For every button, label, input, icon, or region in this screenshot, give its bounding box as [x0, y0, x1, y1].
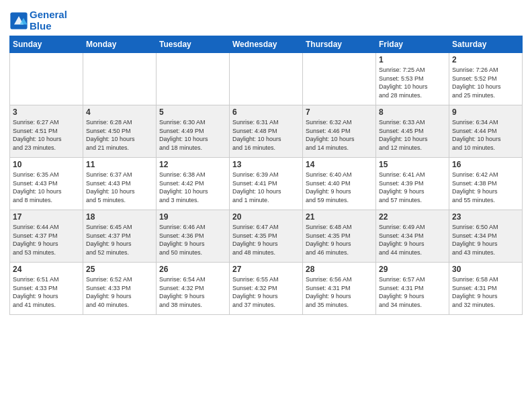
day-info: Sunrise: 6:48 AM Sunset: 4:35 PM Dayligh…: [306, 223, 373, 257]
calendar-cell: 6Sunrise: 6:31 AM Sunset: 4:48 PM Daylig…: [230, 105, 303, 158]
day-number: 21: [306, 212, 373, 222]
weekday-header-saturday: Saturday: [449, 36, 523, 53]
day-info: Sunrise: 6:46 AM Sunset: 4:36 PM Dayligh…: [159, 223, 226, 257]
day-info: Sunrise: 6:34 AM Sunset: 4:44 PM Dayligh…: [452, 118, 519, 152]
day-number: 22: [379, 212, 446, 222]
weekday-header-sunday: Sunday: [10, 36, 83, 53]
logo-icon: [9, 11, 28, 30]
day-info: Sunrise: 6:37 AM Sunset: 4:43 PM Dayligh…: [86, 171, 153, 204]
day-number: 1: [379, 55, 446, 64]
day-info: Sunrise: 6:58 AM Sunset: 4:31 PM Dayligh…: [452, 275, 519, 309]
day-number: 29: [379, 265, 446, 274]
calendar-cell: 22Sunrise: 6:49 AM Sunset: 4:34 PM Dayli…: [376, 210, 449, 263]
calendar-cell: 10Sunrise: 6:35 AM Sunset: 4:43 PM Dayli…: [10, 158, 83, 210]
calendar-cell: 30Sunrise: 6:58 AM Sunset: 4:31 PM Dayli…: [449, 263, 523, 315]
day-number: 23: [452, 212, 519, 222]
day-number: 20: [232, 212, 300, 222]
calendar-cell: [10, 53, 83, 105]
day-info: Sunrise: 6:32 AM Sunset: 4:46 PM Dayligh…: [306, 118, 373, 152]
calendar-week-5: 24Sunrise: 6:51 AM Sunset: 4:33 PM Dayli…: [10, 263, 523, 315]
day-info: Sunrise: 7:26 AM Sunset: 5:52 PM Dayligh…: [452, 66, 519, 99]
day-number: 18: [86, 212, 153, 222]
day-info: Sunrise: 6:57 AM Sunset: 4:31 PM Dayligh…: [379, 275, 446, 309]
day-info: Sunrise: 6:33 AM Sunset: 4:45 PM Dayligh…: [379, 118, 446, 152]
day-info: Sunrise: 7:25 AM Sunset: 5:53 PM Dayligh…: [379, 66, 446, 99]
calendar-cell: 18Sunrise: 6:45 AM Sunset: 4:37 PM Dayli…: [83, 210, 157, 263]
calendar-cell: 20Sunrise: 6:47 AM Sunset: 4:35 PM Dayli…: [230, 210, 303, 263]
calendar-cell: 12Sunrise: 6:38 AM Sunset: 4:42 PM Dayli…: [157, 158, 230, 210]
day-number: 28: [306, 265, 373, 274]
day-info: Sunrise: 6:44 AM Sunset: 4:37 PM Dayligh…: [13, 223, 80, 257]
day-number: 19: [159, 212, 226, 222]
day-info: Sunrise: 6:28 AM Sunset: 4:50 PM Dayligh…: [86, 118, 153, 152]
calendar-week-2: 3Sunrise: 6:27 AM Sunset: 4:51 PM Daylig…: [10, 105, 523, 158]
day-info: Sunrise: 6:40 AM Sunset: 4:40 PM Dayligh…: [306, 171, 373, 204]
day-number: 16: [452, 160, 519, 169]
calendar-cell: [83, 53, 157, 105]
calendar-cell: 19Sunrise: 6:46 AM Sunset: 4:36 PM Dayli…: [157, 210, 230, 263]
day-info: Sunrise: 6:51 AM Sunset: 4:33 PM Dayligh…: [13, 275, 80, 309]
weekday-header-wednesday: Wednesday: [230, 36, 303, 53]
day-number: 26: [159, 265, 226, 274]
day-number: 15: [379, 160, 446, 169]
day-info: Sunrise: 6:52 AM Sunset: 4:33 PM Dayligh…: [86, 275, 153, 309]
calendar-cell: 7Sunrise: 6:32 AM Sunset: 4:46 PM Daylig…: [303, 105, 376, 158]
day-number: 4: [86, 107, 153, 117]
logo-blue-text: Blue: [30, 20, 52, 32]
day-number: 13: [232, 160, 300, 169]
day-number: 10: [13, 160, 80, 169]
day-number: 3: [13, 107, 80, 117]
day-number: 8: [379, 107, 446, 117]
day-number: 27: [232, 265, 300, 274]
calendar-cell: 9Sunrise: 6:34 AM Sunset: 4:44 PM Daylig…: [449, 105, 523, 158]
calendar-week-4: 17Sunrise: 6:44 AM Sunset: 4:37 PM Dayli…: [10, 210, 523, 263]
day-info: Sunrise: 6:27 AM Sunset: 4:51 PM Dayligh…: [13, 118, 80, 152]
calendar-cell: 27Sunrise: 6:55 AM Sunset: 4:32 PM Dayli…: [230, 263, 303, 315]
calendar-cell: 15Sunrise: 6:41 AM Sunset: 4:39 PM Dayli…: [376, 158, 449, 210]
day-info: Sunrise: 6:42 AM Sunset: 4:38 PM Dayligh…: [452, 171, 519, 204]
weekday-header-thursday: Thursday: [303, 36, 376, 53]
weekday-header-monday: Monday: [83, 36, 157, 53]
day-info: Sunrise: 6:31 AM Sunset: 4:48 PM Dayligh…: [232, 118, 300, 152]
day-number: 5: [159, 107, 226, 117]
day-number: 12: [159, 160, 226, 169]
day-number: 2: [452, 55, 519, 64]
day-number: 7: [306, 107, 373, 117]
weekday-header-tuesday: Tuesday: [157, 36, 230, 53]
calendar-week-1: 1Sunrise: 7:25 AM Sunset: 5:53 PM Daylig…: [10, 53, 523, 105]
day-info: Sunrise: 6:54 AM Sunset: 4:32 PM Dayligh…: [159, 275, 226, 309]
calendar-cell: 29Sunrise: 6:57 AM Sunset: 4:31 PM Dayli…: [376, 263, 449, 315]
calendar-cell: 1Sunrise: 7:25 AM Sunset: 5:53 PM Daylig…: [376, 53, 449, 105]
day-info: Sunrise: 6:45 AM Sunset: 4:37 PM Dayligh…: [86, 223, 153, 257]
calendar-table: SundayMondayTuesdayWednesdayThursdayFrid…: [9, 36, 523, 315]
day-number: 25: [86, 265, 153, 274]
day-info: Sunrise: 6:55 AM Sunset: 4:32 PM Dayligh…: [232, 275, 300, 309]
day-info: Sunrise: 6:35 AM Sunset: 4:43 PM Dayligh…: [13, 171, 80, 204]
calendar-cell: 8Sunrise: 6:33 AM Sunset: 4:45 PM Daylig…: [376, 105, 449, 158]
day-info: Sunrise: 6:49 AM Sunset: 4:34 PM Dayligh…: [379, 223, 446, 257]
calendar-cell: [230, 53, 303, 105]
day-number: 24: [13, 265, 80, 274]
calendar-cell: 28Sunrise: 6:56 AM Sunset: 4:31 PM Dayli…: [303, 263, 376, 315]
day-info: Sunrise: 6:56 AM Sunset: 4:31 PM Dayligh…: [306, 275, 373, 309]
calendar-cell: [157, 53, 230, 105]
calendar-cell: 4Sunrise: 6:28 AM Sunset: 4:50 PM Daylig…: [83, 105, 157, 158]
calendar-cell: 21Sunrise: 6:48 AM Sunset: 4:35 PM Dayli…: [303, 210, 376, 263]
calendar-cell: 17Sunrise: 6:44 AM Sunset: 4:37 PM Dayli…: [10, 210, 83, 263]
day-number: 17: [13, 212, 80, 222]
day-info: Sunrise: 6:38 AM Sunset: 4:42 PM Dayligh…: [159, 171, 226, 204]
weekday-header-friday: Friday: [376, 36, 449, 53]
calendar-cell: 2Sunrise: 7:26 AM Sunset: 5:52 PM Daylig…: [449, 53, 523, 105]
calendar-cell: 5Sunrise: 6:30 AM Sunset: 4:49 PM Daylig…: [157, 105, 230, 158]
calendar-cell: 24Sunrise: 6:51 AM Sunset: 4:33 PM Dayli…: [10, 263, 83, 315]
page: General Blue SundayMondayTuesdayWednesda…: [0, 0, 532, 322]
calendar-cell: 25Sunrise: 6:52 AM Sunset: 4:33 PM Dayli…: [83, 263, 157, 315]
calendar-cell: 11Sunrise: 6:37 AM Sunset: 4:43 PM Dayli…: [83, 158, 157, 210]
calendar-cell: 16Sunrise: 6:42 AM Sunset: 4:38 PM Dayli…: [449, 158, 523, 210]
day-number: 6: [232, 107, 300, 117]
day-number: 14: [306, 160, 373, 169]
header: General Blue: [9, 7, 523, 32]
calendar-cell: 14Sunrise: 6:40 AM Sunset: 4:40 PM Dayli…: [303, 158, 376, 210]
calendar-cell: 23Sunrise: 6:50 AM Sunset: 4:34 PM Dayli…: [449, 210, 523, 263]
logo-text: General Blue: [30, 9, 67, 32]
